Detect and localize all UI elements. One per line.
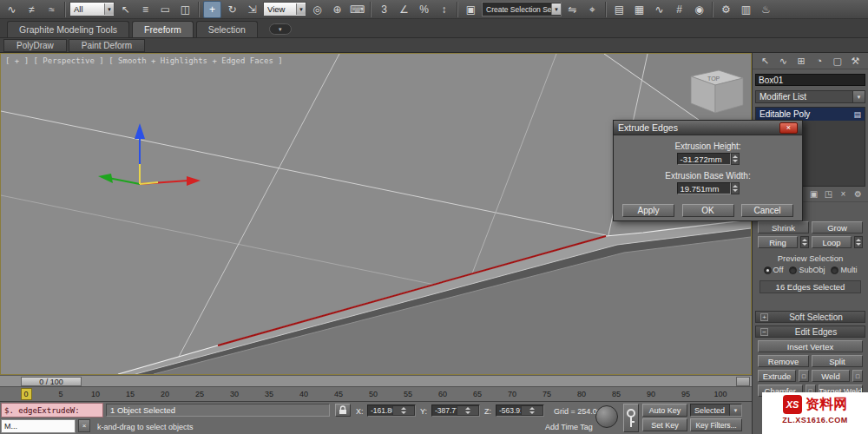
reference-coordinate-system-dropdown[interactable]: View▼ (263, 2, 306, 16)
stack-item-editable-poly[interactable]: Editable Poly ▤ (756, 108, 865, 121)
loop-spinner[interactable] (854, 236, 863, 248)
track-end-button[interactable] (736, 377, 750, 386)
modifier-list-dropdown[interactable]: Modifier List ▼ (755, 90, 865, 103)
ribbon-tab-selection[interactable]: Selection (196, 21, 258, 37)
extrusion-base-width-spinner[interactable] (731, 182, 740, 194)
loop-button[interactable]: Loop (812, 236, 852, 248)
selected-filter-dropdown[interactable]: Selected ▼ (690, 404, 742, 417)
cancel-button[interactable]: Cancel (741, 204, 793, 217)
edit-edges-rollout-header[interactable]: − Edit Edges (755, 326, 865, 338)
ok-button[interactable]: OK (682, 204, 734, 217)
shrink-button[interactable]: Shrink (758, 221, 809, 233)
extrusion-height-spinner[interactable] (731, 153, 740, 165)
selection-filter-dropdown[interactable]: All▼ (69, 2, 115, 16)
add-time-tag[interactable]: Add Time Tag (545, 423, 593, 431)
mirror-icon[interactable]: ⇋ (563, 1, 582, 18)
snap-toggle-3d-icon[interactable]: 3 (375, 1, 393, 18)
set-key-button[interactable]: Set Key (642, 418, 687, 431)
select-and-rotate-icon[interactable]: ↻ (223, 1, 241, 18)
spinner-snap-toggle-icon[interactable]: ↕ (435, 1, 453, 18)
preview-option-multi[interactable]: Multi (831, 266, 857, 274)
listener-window-tab[interactable]: M... (1, 419, 76, 433)
manage-layers-icon[interactable]: ▤ (610, 1, 628, 18)
rendered-frame-window-icon[interactable]: ▥ (737, 1, 755, 18)
curve-editor-icon[interactable]: ∿ (650, 1, 668, 18)
percent-snap-toggle-icon[interactable]: % (415, 1, 433, 18)
key-filters-button[interactable]: Key Filters... (690, 418, 742, 431)
utilities-tab-icon[interactable]: ⚒ (848, 56, 863, 67)
extrusion-base-width-field[interactable]: 19.751mm (677, 182, 731, 194)
select-by-name-icon[interactable]: ≡ (136, 1, 155, 18)
extrude-settings-button[interactable]: □ (799, 370, 809, 382)
x-coordinate-field[interactable]: -161.805m (367, 404, 416, 417)
render-setup-icon[interactable]: ⚙ (717, 1, 735, 18)
make-unique-icon[interactable]: ◳ (823, 189, 834, 199)
angle-snap-toggle-icon[interactable]: ∠ (395, 1, 413, 18)
y-coordinate-field[interactable]: -387.778m (431, 404, 480, 417)
time-slider-row[interactable]: 0 / 100 (0, 375, 752, 387)
remove-modifier-icon[interactable]: × (838, 189, 849, 199)
rectangular-selection-region-icon[interactable]: ▭ (156, 1, 174, 18)
create-tab-icon[interactable]: ↖ (758, 56, 773, 67)
align-icon[interactable]: ⌖ (583, 1, 602, 18)
timeline-ruler[interactable]: 0510152025303540455055606570758085909510… (0, 387, 752, 402)
ribbon-minimize-button[interactable]: ▾ (269, 23, 292, 35)
viewcube[interactable]: TOP (691, 70, 743, 113)
dialog-title-bar[interactable]: Extrude Edges × (614, 121, 802, 135)
material-editor-icon[interactable]: ◉ (690, 1, 708, 18)
ribbon-tab-freeform[interactable]: Freeform (132, 21, 194, 37)
preview-option-off[interactable]: Off (764, 266, 784, 274)
ribbon-tab-graphite-modeling-tools[interactable]: Graphite Modeling Tools (7, 21, 129, 37)
ring-button[interactable]: Ring (758, 236, 798, 248)
create-selection-set-combo[interactable]: Create Selection Se▼ (482, 2, 562, 16)
display-tab-icon[interactable]: ▢ (830, 56, 845, 67)
edit-named-selection-sets-icon[interactable]: ▣ (462, 1, 480, 18)
use-pivot-point-center-icon[interactable]: ◎ (308, 1, 326, 18)
ribbon-subtab-paint-deform[interactable]: Paint Deform (69, 39, 145, 52)
graphite-ribbon-toggle-icon[interactable]: ▦ (630, 1, 648, 18)
remove-button[interactable]: Remove (758, 355, 809, 367)
keyboard-shortcut-override-icon[interactable]: ⌨ (348, 1, 366, 18)
select-and-link-icon[interactable]: ∿ (3, 1, 21, 18)
auto-key-button[interactable]: Auto Key (642, 404, 687, 417)
show-end-result-icon[interactable]: ▣ (808, 189, 819, 199)
select-and-move-icon[interactable]: + (203, 1, 221, 18)
ring-spinner[interactable] (800, 236, 809, 248)
maxscript-mini-listener[interactable]: $. edgeExtrudeW: (1, 403, 103, 418)
selection-lock-button[interactable] (335, 404, 351, 417)
z-spinner[interactable] (521, 405, 544, 416)
set-key-mode-button[interactable] (623, 404, 639, 432)
window-crossing-icon[interactable]: ◫ (176, 1, 194, 18)
unlink-selection-icon[interactable]: ≠ (23, 1, 41, 18)
bind-to-space-warp-icon[interactable]: ≈ (43, 1, 61, 18)
weld-button[interactable]: Weld (812, 370, 850, 382)
close-icon[interactable]: × (779, 122, 798, 134)
select-object-icon[interactable]: ↖ (116, 1, 135, 18)
configure-modifier-sets-icon[interactable]: ⚙ (852, 189, 864, 199)
schematic-view-icon[interactable]: # (670, 1, 688, 18)
render-production-icon[interactable]: ♨ (757, 1, 775, 18)
motion-tab-icon[interactable]: ◔ (812, 56, 826, 66)
weld-settings-button[interactable]: □ (852, 370, 863, 382)
close-icon[interactable]: × (78, 419, 90, 432)
object-name-field[interactable]: Box01 (755, 74, 865, 86)
extrusion-height-field[interactable]: -31.272mm (677, 153, 731, 165)
z-coordinate-field[interactable]: -563.919m (496, 404, 544, 417)
select-and-scale-icon[interactable]: ⇲ (243, 1, 261, 18)
split-button[interactable]: Split (812, 355, 863, 367)
extrude-button[interactable]: Extrude (758, 370, 796, 382)
grow-button[interactable]: Grow (812, 221, 863, 233)
circular-knob-icon[interactable] (595, 405, 618, 428)
insert-vertex-button[interactable]: Insert Vertex (758, 340, 863, 352)
preview-option-subobj[interactable]: SubObj (789, 266, 825, 274)
ribbon-subtab-polydraw[interactable]: PolyDraw (3, 39, 67, 52)
hierarchy-tab-icon[interactable]: ⊞ (794, 56, 809, 67)
time-slider-handle[interactable]: 0 / 100 (21, 377, 82, 386)
viewport-label[interactable]: [ + ] [ Perspective ] [ Smooth + Highlig… (5, 56, 283, 65)
soft-selection-rollout-header[interactable]: + Soft Selection (755, 311, 865, 323)
x-spinner[interactable] (392, 405, 416, 416)
modify-tab-icon[interactable]: ∿ (776, 56, 791, 67)
apply-button[interactable]: Apply (622, 204, 674, 217)
select-and-manipulate-icon[interactable]: ⊕ (328, 1, 346, 18)
y-spinner[interactable] (457, 405, 480, 416)
